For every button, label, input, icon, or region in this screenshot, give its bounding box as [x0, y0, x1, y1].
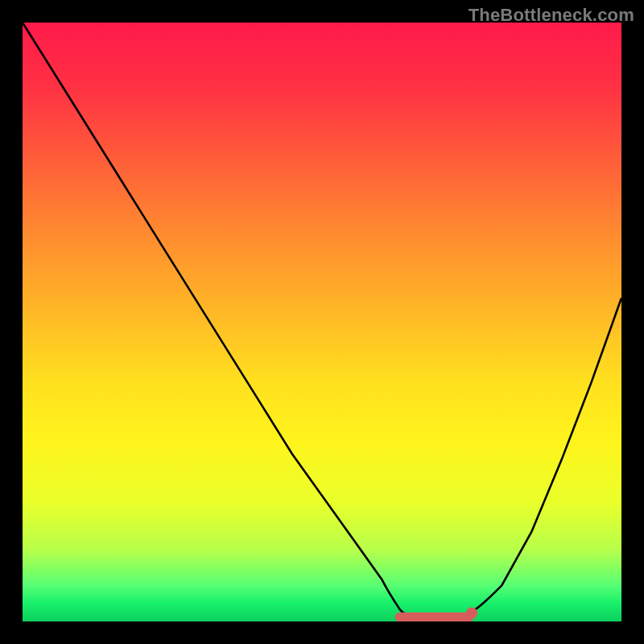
svg-point-1	[466, 608, 477, 619]
watermark-text: TheBottleneck.com	[469, 5, 634, 26]
plot-area	[23, 23, 621, 621]
chart-stage: TheBottleneck.com	[0, 0, 644, 644]
sweet-spot-marker	[400, 608, 477, 619]
curve-layer	[23, 23, 621, 621]
bottleneck-curve	[23, 23, 621, 620]
